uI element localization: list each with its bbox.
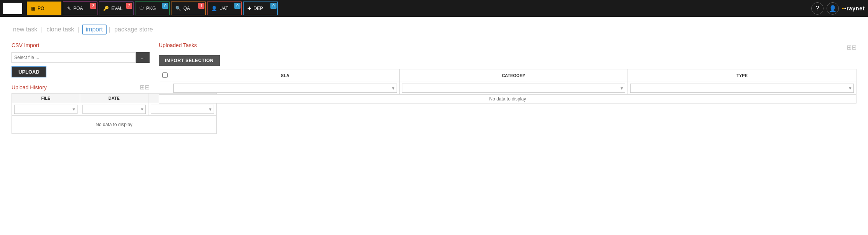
dep-icon: ✚	[247, 6, 251, 11]
package-store-link[interactable]: package store	[113, 25, 155, 34]
tab-uat-badge: 0	[234, 3, 240, 9]
tab-dep[interactable]: ✚ DEP 0	[243, 2, 278, 15]
user-icon: 👤	[829, 5, 837, 12]
tab-poa-badge: 3	[90, 3, 96, 9]
uploaded-tasks-header: Uploaded Tasks ⊞⊟	[159, 42, 856, 52]
pkg-icon: 🛡	[139, 6, 144, 11]
tab-uat[interactable]: 👤 UAT 0	[207, 2, 242, 15]
filter-username-input[interactable]	[151, 105, 207, 113]
upload-history-header: Upload History ⊞⊟	[12, 84, 150, 91]
new-task-link[interactable]: new task	[12, 25, 39, 34]
tab-eval-label: EVAL	[111, 6, 123, 11]
tab-poa-label: POA	[73, 6, 83, 11]
filter-type-input[interactable]	[631, 84, 847, 92]
tab-dep-label: DEP	[254, 6, 263, 11]
filter-date-wrapper: ▼	[82, 105, 146, 114]
filter-sla-wrapper: ▼	[173, 84, 397, 93]
action-links: new task | clone task | import | package…	[12, 25, 856, 35]
filter-category-input[interactable]	[402, 84, 619, 92]
select-all-checkbox[interactable]	[162, 72, 168, 78]
tab-pkg[interactable]: 🛡 PKG 0	[135, 2, 170, 15]
filter-date-icon[interactable]: ▼	[139, 107, 145, 112]
file-input[interactable]	[12, 52, 136, 63]
filter-file-wrapper: ▼	[14, 105, 77, 114]
filter-type-cell: ▼	[628, 82, 856, 95]
filter-file-cell: ▼	[12, 103, 80, 116]
csv-import-row: ...	[12, 52, 150, 63]
tasks-no-data: No data to display	[159, 95, 856, 104]
filter-username-wrapper: ▼	[151, 105, 214, 114]
filter-sla-icon[interactable]: ▼	[390, 86, 397, 90]
sep1: |	[41, 26, 43, 33]
col-category: CATEGORY	[399, 69, 628, 82]
topbar-right: ? 👤 ••raynet	[811, 2, 865, 15]
filter-date-cell: ▼	[80, 103, 148, 116]
tab-uat-label: UAT	[219, 6, 228, 11]
main-content: new task | clone task | import | package…	[0, 17, 868, 141]
tab-eval[interactable]: 🔑 EVAL 2	[99, 2, 133, 15]
tasks-no-data-row: No data to display	[159, 95, 856, 104]
tab-pkg-label: PKG	[146, 6, 156, 11]
history-no-data-row: No data to display	[12, 116, 217, 134]
tab-qa-label: QA	[183, 6, 190, 11]
filter-file-input[interactable]	[15, 105, 71, 113]
two-col-layout: CSV Import ... UPLOAD Upload History ⊞⊟ …	[12, 42, 856, 134]
upload-button[interactable]: UPLOAD	[12, 66, 46, 77]
right-panel: Uploaded Tasks ⊞⊟ IMPORT SELECTION SLA C…	[159, 42, 856, 104]
browse-button[interactable]: ...	[136, 52, 150, 63]
filter-type-icon[interactable]: ▼	[847, 86, 853, 90]
col-type: TYPE	[628, 69, 856, 82]
csv-import-title: CSV Import	[12, 42, 150, 48]
po-icon: ▦	[31, 6, 35, 11]
upload-history-title: Upload History	[12, 84, 47, 90]
import-selection-button[interactable]: IMPORT SELECTION	[159, 55, 220, 66]
help-button[interactable]: ?	[811, 2, 824, 15]
uploaded-tasks-title: Uploaded Tasks	[159, 42, 197, 48]
filter-category-cell: ▼	[399, 82, 628, 95]
filter-file-icon[interactable]: ▼	[71, 107, 77, 112]
filter-sla-input[interactable]	[174, 84, 390, 92]
tab-pkg-badge: 0	[162, 3, 168, 9]
tab-qa[interactable]: 🔍 QA 1	[171, 2, 206, 15]
col-file: FILE	[12, 94, 80, 103]
col-checkbox	[159, 69, 171, 82]
clone-task-link[interactable]: clone task	[45, 25, 76, 34]
filter-username-icon[interactable]: ▼	[207, 107, 214, 112]
sep3: |	[109, 26, 110, 33]
eval-icon: 🔑	[103, 6, 109, 11]
left-panel: CSV Import ... UPLOAD Upload History ⊞⊟ …	[12, 42, 150, 134]
uploaded-tasks-table: SLA CATEGORY TYPE ▼	[159, 69, 856, 104]
qa-icon: 🔍	[175, 6, 181, 11]
filter-username-cell: ▼	[148, 103, 216, 116]
tab-po[interactable]: ▦ PO	[27, 2, 61, 15]
tab-dep-badge: 0	[270, 3, 277, 9]
tab-eval-badge: 2	[126, 3, 132, 9]
topbar: ▦ PO ✎ POA 3 🔑 EVAL 2 🛡 PKG 0 🔍 QA 1 👤 U…	[0, 0, 868, 17]
brand-logo: ••raynet	[842, 5, 865, 12]
history-no-data: No data to display	[12, 116, 217, 134]
user-button[interactable]: 👤	[827, 2, 839, 15]
filter-category-icon[interactable]: ▼	[618, 86, 625, 90]
uat-icon: 👤	[211, 6, 217, 11]
poa-icon: ✎	[67, 6, 71, 11]
filter-sla-cell: ▼	[171, 82, 400, 95]
sep2: |	[78, 26, 79, 33]
import-link[interactable]: import	[82, 25, 107, 35]
tab-po-label: PO	[38, 6, 44, 11]
help-icon: ?	[816, 5, 819, 12]
filter-type-wrapper: ▼	[630, 84, 854, 93]
col-sla: SLA	[171, 69, 400, 82]
filter-checkbox-cell	[159, 82, 171, 95]
grid-icon[interactable]: ⊞⊟	[140, 84, 150, 91]
col-date: DATE	[80, 94, 148, 103]
filter-date-input[interactable]	[83, 105, 139, 113]
tab-qa-badge: 1	[198, 3, 204, 9]
tab-poa[interactable]: ✎ POA 3	[63, 2, 97, 15]
logo	[3, 3, 22, 14]
tasks-grid-icon[interactable]: ⊞⊟	[847, 44, 856, 51]
filter-category-wrapper: ▼	[402, 84, 626, 93]
